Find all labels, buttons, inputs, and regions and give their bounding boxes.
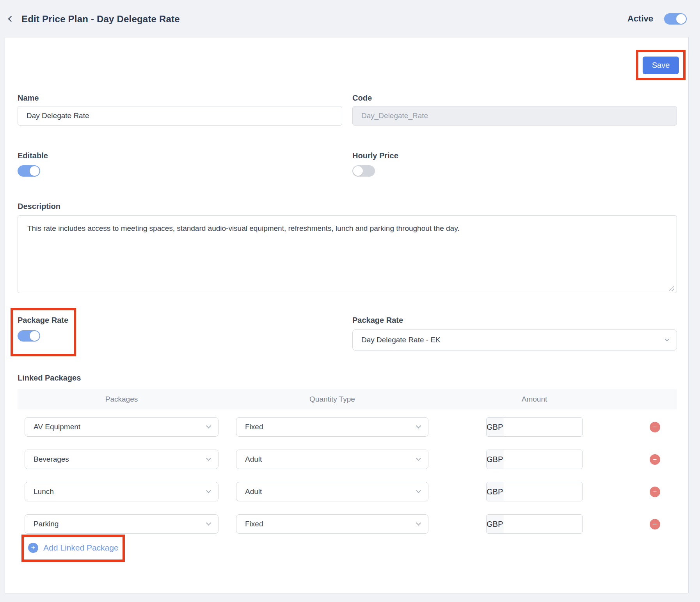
resize-handle-icon[interactable] bbox=[668, 285, 674, 291]
quantity-type-select[interactable]: Adult bbox=[236, 450, 428, 469]
package-rate-toggle-label: Package Rate bbox=[18, 316, 68, 325]
save-button[interactable]: Save bbox=[643, 57, 679, 74]
package-rate-toggle[interactable] bbox=[18, 330, 40, 342]
package-rate-select-label: Package Rate bbox=[352, 316, 403, 325]
chevron-down-icon bbox=[664, 336, 670, 342]
name-input[interactable] bbox=[18, 106, 342, 126]
code-input bbox=[352, 106, 677, 126]
add-linked-package-label: Add Linked Package bbox=[43, 543, 119, 552]
chevron-down-icon bbox=[416, 456, 421, 461]
editable-label: Editable bbox=[18, 151, 48, 160]
quantity-type-select[interactable]: Fixed bbox=[236, 514, 428, 534]
package-select-value: Lunch bbox=[34, 487, 54, 496]
chevron-down-icon bbox=[416, 488, 421, 493]
package-rate-select[interactable]: Day Delegate Rate - EK bbox=[352, 329, 677, 351]
amount-field: GBP bbox=[486, 450, 583, 469]
page-title: Edit Price Plan - Day Delegate Rate bbox=[21, 12, 180, 26]
name-label: Name bbox=[18, 94, 39, 103]
active-toggle-label: Active bbox=[627, 14, 653, 24]
add-linked-package-button[interactable]: + Add Linked Package bbox=[28, 543, 119, 553]
package-rate-select-value: Day Delegate Rate - EK bbox=[361, 336, 441, 344]
currency-addon: GBP bbox=[487, 450, 503, 469]
column-header-quantity-type: Quantity Type bbox=[236, 389, 428, 409]
linked-packages-title: Linked Packages bbox=[18, 374, 81, 382]
active-toggle[interactable] bbox=[664, 13, 687, 25]
amount-input[interactable] bbox=[503, 482, 583, 501]
remove-row-button[interactable]: − bbox=[650, 454, 660, 465]
hourly-price-label: Hourly Price bbox=[352, 151, 398, 160]
chevron-down-icon bbox=[206, 521, 211, 526]
quantity-type-select-value: Adult bbox=[245, 487, 262, 496]
back-button[interactable] bbox=[5, 13, 17, 25]
amount-field: GBP bbox=[486, 514, 583, 534]
package-select-value: Beverages bbox=[34, 455, 69, 464]
chevron-down-icon bbox=[206, 423, 211, 428]
linked-packages-table-header: Packages Quantity Type Amount bbox=[18, 389, 677, 409]
remove-row-button[interactable]: − bbox=[650, 422, 660, 432]
column-header-packages: Packages bbox=[25, 389, 219, 409]
amount-input[interactable] bbox=[503, 450, 583, 469]
package-select[interactable]: AV Equipment bbox=[25, 417, 219, 437]
remove-row-button[interactable]: − bbox=[650, 487, 660, 497]
package-select[interactable]: Parking bbox=[25, 514, 219, 534]
code-label: Code bbox=[352, 94, 372, 103]
quantity-type-select[interactable]: Fixed bbox=[236, 417, 428, 437]
package-select[interactable]: Lunch bbox=[25, 482, 219, 501]
remove-row-button[interactable]: − bbox=[650, 519, 660, 529]
plus-icon: + bbox=[28, 543, 38, 553]
quantity-type-select-value: Fixed bbox=[245, 520, 263, 528]
amount-field: GBP bbox=[486, 482, 583, 501]
package-select[interactable]: Beverages bbox=[25, 450, 219, 469]
currency-addon: GBP bbox=[487, 482, 503, 501]
amount-input[interactable] bbox=[503, 418, 583, 436]
currency-addon: GBP bbox=[487, 515, 503, 533]
column-header-amount: Amount bbox=[486, 389, 583, 409]
hourly-price-toggle[interactable] bbox=[352, 165, 375, 177]
toggle-knob bbox=[30, 331, 39, 341]
quantity-type-select-value: Adult bbox=[245, 455, 262, 464]
chevron-down-icon bbox=[416, 423, 421, 428]
editable-toggle[interactable] bbox=[18, 165, 40, 177]
package-select-value: AV Equipment bbox=[34, 423, 80, 431]
chevron-left-icon bbox=[8, 16, 14, 22]
currency-addon: GBP bbox=[487, 418, 503, 436]
package-select-value: Parking bbox=[34, 520, 59, 528]
amount-field: GBP bbox=[486, 417, 583, 437]
chevron-down-icon bbox=[416, 521, 421, 526]
chevron-down-icon bbox=[206, 488, 211, 493]
quantity-type-select-value: Fixed bbox=[245, 423, 263, 431]
toggle-knob bbox=[676, 14, 686, 24]
description-label: Description bbox=[18, 202, 60, 211]
amount-input[interactable] bbox=[503, 515, 583, 533]
description-textarea[interactable]: This rate includes access to meeting spa… bbox=[18, 215, 677, 293]
edit-price-plan-page: Edit Price Plan - Day Delegate Rate Acti… bbox=[0, 0, 700, 602]
toggle-knob bbox=[353, 166, 363, 176]
chevron-down-icon bbox=[206, 456, 211, 461]
toggle-knob bbox=[30, 166, 39, 176]
quantity-type-select[interactable]: Adult bbox=[236, 482, 428, 501]
